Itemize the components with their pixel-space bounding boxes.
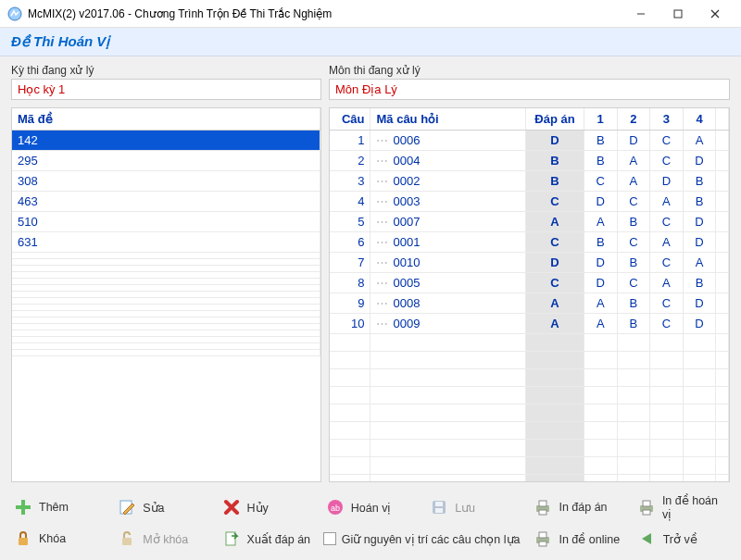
permute-button[interactable]: ab Hoán vị <box>323 492 418 523</box>
save-button[interactable]: Lưu <box>427 492 521 523</box>
table-row[interactable] <box>12 266 320 272</box>
unlock-button[interactable]: Mở khóa <box>115 527 209 551</box>
table-row[interactable] <box>330 475 729 483</box>
table-row[interactable] <box>330 440 729 457</box>
table-row[interactable] <box>330 404 729 422</box>
subject-field[interactable]: Môn Địa Lý <box>329 79 730 100</box>
c4-cell <box>683 475 716 483</box>
cau-cell: 8 <box>330 273 370 293</box>
table-row[interactable] <box>12 292 320 298</box>
c2-cell: B <box>617 212 650 232</box>
ma-cell <box>370 475 526 483</box>
c1-cell <box>584 387 617 404</box>
export-answer-button[interactable]: Xuất đáp án <box>220 527 314 551</box>
table-row[interactable] <box>12 317 320 324</box>
add-button[interactable]: Thêm <box>11 492 106 523</box>
exam-code-cell <box>12 285 320 292</box>
table-row[interactable]: 6⋯0001CBCAD <box>330 232 729 253</box>
col-ma[interactable]: Mã câu hỏi <box>370 108 526 131</box>
right-pane: Môn thi đang xử lý Môn Địa Lý Câu Mã câu… <box>329 64 730 482</box>
table-row[interactable] <box>330 457 729 475</box>
table-row[interactable] <box>330 334 729 352</box>
table-row[interactable] <box>12 350 320 356</box>
table-row[interactable]: 3⋯0002BCADB <box>330 171 729 192</box>
table-row[interactable] <box>12 343 320 350</box>
table-row[interactable] <box>12 253 320 259</box>
ma-cell <box>370 440 526 457</box>
table-row[interactable]: 142 <box>12 131 320 151</box>
c1-cell: D <box>584 273 617 293</box>
table-row[interactable] <box>330 422 729 440</box>
table-row[interactable]: 7⋯0010DDBCA <box>330 253 729 273</box>
table-row[interactable] <box>12 259 320 266</box>
svg-rect-21 <box>226 532 235 545</box>
table-row[interactable] <box>12 285 320 292</box>
table-row[interactable] <box>330 369 729 387</box>
keep-positions-checkbox[interactable]: Giữ nguyên vị trí các câu chọn lựa <box>323 527 522 551</box>
c2-cell: C <box>617 232 650 253</box>
table-row[interactable]: 2⋯0004BBACD <box>330 151 729 171</box>
table-row[interactable] <box>12 272 320 279</box>
ma-cell: ⋯0010 <box>370 253 526 273</box>
cau-cell <box>330 457 370 475</box>
edit-button[interactable]: Sửa <box>115 492 209 523</box>
dapan-cell <box>526 334 584 352</box>
col-3[interactable]: 3 <box>650 108 684 131</box>
table-row[interactable]: 631 <box>12 232 320 253</box>
cau-cell <box>330 387 370 404</box>
table-row[interactable] <box>330 387 729 404</box>
table-row[interactable]: 308 <box>12 171 320 192</box>
c2-cell: C <box>617 273 650 293</box>
col-4[interactable]: 4 <box>683 108 716 131</box>
table-row[interactable] <box>12 305 320 311</box>
c3-cell <box>650 334 684 352</box>
lock-button[interactable]: Khóa <box>11 527 106 551</box>
edit-icon <box>117 497 137 517</box>
print-online-button[interactable]: In đề online <box>531 527 625 551</box>
exam-code-cell <box>12 279 320 285</box>
close-button[interactable] <box>697 1 734 27</box>
table-row[interactable] <box>12 337 320 343</box>
table-row[interactable] <box>12 330 320 337</box>
table-row[interactable]: 5⋯0007AABCD <box>330 212 729 232</box>
table-row[interactable] <box>12 279 320 285</box>
exam-code-cell <box>12 343 320 350</box>
c2-cell: B <box>617 314 650 334</box>
table-row[interactable]: 510 <box>12 212 320 232</box>
print-permuted-button[interactable]: In đề hoán vị <box>635 492 730 523</box>
exam-code-header[interactable]: Mã đề <box>12 108 320 131</box>
print-answer-button[interactable]: In đáp án <box>531 492 625 523</box>
table-row[interactable]: 8⋯0005CDCAB <box>330 273 729 293</box>
ma-cell: ⋯0002 <box>370 171 526 192</box>
cau-cell: 2 <box>330 151 370 171</box>
table-row[interactable]: 1⋯0006DBDCA <box>330 131 729 151</box>
table-row[interactable]: 9⋯0008AABCD <box>330 293 729 314</box>
dapan-cell <box>526 440 584 457</box>
table-row[interactable]: 295 <box>12 151 320 171</box>
table-row[interactable] <box>12 324 320 330</box>
lock-label: Khóa <box>39 532 66 545</box>
col-1[interactable]: 1 <box>584 108 617 131</box>
delete-button[interactable]: Hủy <box>220 492 314 523</box>
maximize-button[interactable] <box>659 1 697 27</box>
table-row[interactable]: 463 <box>12 192 320 212</box>
table-row[interactable]: 4⋯0003CDCAB <box>330 192 729 212</box>
col-dapan[interactable]: Đáp án <box>526 108 584 131</box>
exam-code-cell <box>12 298 320 305</box>
table-row[interactable]: 10⋯0009AABCD <box>330 314 729 334</box>
back-button[interactable]: Trở về <box>635 527 730 551</box>
col-2[interactable]: 2 <box>617 108 650 131</box>
semester-field[interactable]: Học kỳ 1 <box>11 79 321 100</box>
c1-cell <box>584 440 617 457</box>
cau-cell: 5 <box>330 212 370 232</box>
table-row[interactable] <box>330 352 729 369</box>
exam-code-cell <box>12 350 320 356</box>
dapan-cell: A <box>526 314 584 334</box>
c2-cell <box>617 352 650 369</box>
minimize-button[interactable] <box>622 1 659 27</box>
col-cau[interactable]: Câu <box>330 108 370 131</box>
c1-cell: B <box>584 232 617 253</box>
spacer-cell <box>716 457 729 475</box>
table-row[interactable] <box>12 298 320 305</box>
table-row[interactable] <box>12 311 320 317</box>
